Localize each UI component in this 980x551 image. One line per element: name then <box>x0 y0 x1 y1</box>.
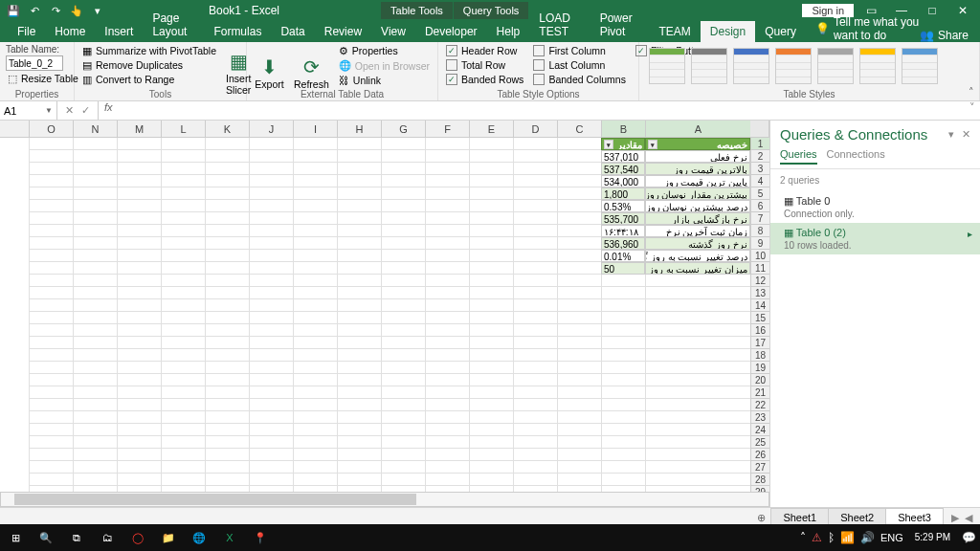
row-header[interactable]: 8 <box>750 225 769 237</box>
cell[interactable] <box>73 411 117 424</box>
cell[interactable] <box>337 337 381 349</box>
cell[interactable] <box>381 187 425 200</box>
cell[interactable] <box>161 424 205 436</box>
cell[interactable] <box>469 374 513 386</box>
expand-formula-bar[interactable]: ˅ <box>965 101 980 120</box>
cell[interactable] <box>469 436 513 449</box>
cell[interactable] <box>381 299 425 312</box>
row-header[interactable]: 15 <box>750 312 769 324</box>
table-name-input[interactable] <box>6 55 63 71</box>
filter-dropdown[interactable]: ▾ <box>604 140 613 149</box>
cell[interactable] <box>29 449 73 461</box>
cell[interactable] <box>205 436 249 449</box>
cell[interactable] <box>29 362 73 374</box>
pane-tab-queries[interactable]: Queries <box>780 148 817 165</box>
cell[interactable] <box>293 150 337 163</box>
row-header[interactable]: 24 <box>750 424 769 436</box>
search-button[interactable]: 🔍 <box>31 524 61 551</box>
cell[interactable]: ۱۶:۴۴:۱۸ <box>601 225 645 237</box>
column-header[interactable]: N <box>73 121 117 137</box>
cell[interactable] <box>469 225 513 237</box>
last-col-check[interactable]: Last Column <box>531 58 628 72</box>
cell[interactable] <box>117 349 161 362</box>
cell[interactable] <box>381 411 425 424</box>
cell[interactable] <box>601 399 645 411</box>
enter-icon[interactable]: ✓ <box>81 104 90 117</box>
cell[interactable] <box>381 312 425 324</box>
row-header[interactable]: 13 <box>750 287 769 299</box>
cell[interactable] <box>205 187 249 200</box>
cell[interactable] <box>513 212 557 225</box>
cell[interactable] <box>161 411 205 424</box>
cell[interactable] <box>557 474 601 486</box>
cell[interactable] <box>557 187 601 200</box>
table-style-swatch[interactable] <box>733 48 769 84</box>
cell[interactable] <box>601 374 645 386</box>
cell[interactable] <box>205 275 249 287</box>
column-header[interactable]: I <box>293 121 337 137</box>
cell[interactable] <box>337 399 381 411</box>
cell[interactable] <box>293 138 337 150</box>
cell[interactable] <box>293 399 337 411</box>
column-header[interactable]: K <box>205 121 249 137</box>
cell[interactable] <box>73 399 117 411</box>
tray-warning-icon[interactable]: ⚠ <box>812 531 822 544</box>
taskbar-app[interactable]: ◯ <box>122 524 153 551</box>
column-header[interactable]: G <box>381 121 425 137</box>
cell[interactable] <box>161 449 205 461</box>
cell[interactable] <box>645 362 750 374</box>
cell[interactable] <box>337 200 381 212</box>
cell[interactable] <box>469 262 513 275</box>
cell[interactable] <box>381 250 425 262</box>
cell[interactable] <box>513 374 557 386</box>
cell[interactable] <box>513 262 557 275</box>
cell[interactable] <box>73 175 117 187</box>
cell[interactable] <box>337 150 381 163</box>
cell[interactable] <box>73 287 117 299</box>
tell-me-search[interactable]: 💡Tell me what you want to do <box>815 15 920 42</box>
remove-duplicates-button[interactable]: ▤Remove Duplicates <box>80 58 218 72</box>
cell[interactable] <box>161 312 205 324</box>
cell[interactable] <box>117 374 161 386</box>
cell[interactable] <box>469 299 513 312</box>
cell[interactable] <box>381 349 425 362</box>
collapse-ribbon-button[interactable]: ˄ <box>969 86 974 99</box>
cell[interactable] <box>337 237 381 250</box>
cell[interactable] <box>337 349 381 362</box>
cell[interactable] <box>117 237 161 250</box>
cell[interactable] <box>601 449 645 461</box>
cell[interactable] <box>337 275 381 287</box>
tray-network-icon[interactable]: 📶 <box>840 531 855 544</box>
cell[interactable] <box>293 299 337 312</box>
cell[interactable] <box>645 275 750 287</box>
cell[interactable] <box>601 436 645 449</box>
cell[interactable] <box>645 312 750 324</box>
cell[interactable] <box>205 225 249 237</box>
cell[interactable] <box>381 138 425 150</box>
cell[interactable] <box>161 337 205 349</box>
pane-minimize[interactable]: ▾ <box>948 128 954 141</box>
cell[interactable] <box>73 150 117 163</box>
cell[interactable] <box>293 287 337 299</box>
cell[interactable] <box>293 386 337 399</box>
cell[interactable] <box>469 212 513 225</box>
start-button[interactable]: ⊞ <box>0 524 31 551</box>
cell[interactable] <box>425 299 469 312</box>
cell[interactable] <box>337 250 381 262</box>
cell[interactable] <box>117 287 161 299</box>
cell[interactable] <box>425 474 469 486</box>
cell[interactable] <box>425 212 469 225</box>
cell[interactable] <box>337 287 381 299</box>
row-header[interactable]: 12 <box>750 275 769 287</box>
row-header[interactable]: 5 <box>750 187 769 200</box>
cell[interactable] <box>205 312 249 324</box>
cell[interactable] <box>601 287 645 299</box>
name-box[interactable]: A1▼ <box>0 101 57 120</box>
row-header[interactable]: 11 <box>750 262 769 275</box>
cell[interactable] <box>337 312 381 324</box>
cell[interactable] <box>469 237 513 250</box>
cell[interactable] <box>293 175 337 187</box>
cell[interactable] <box>425 461 469 474</box>
cell[interactable] <box>73 474 117 486</box>
cell[interactable] <box>161 200 205 212</box>
